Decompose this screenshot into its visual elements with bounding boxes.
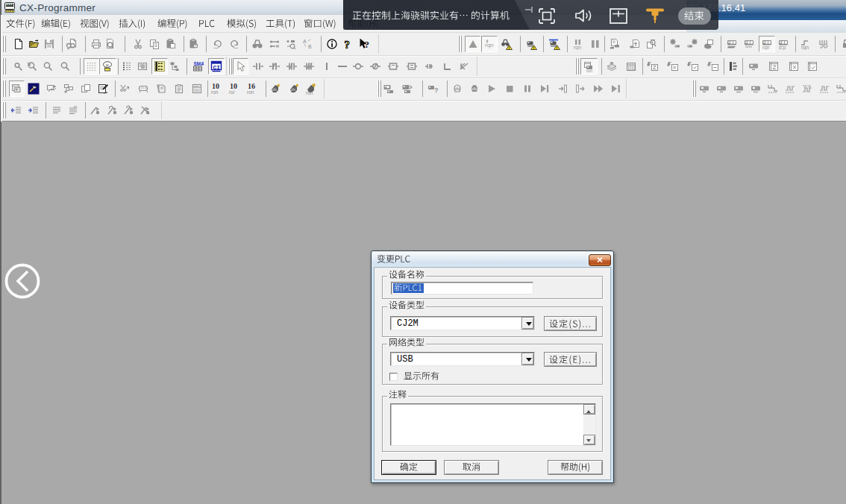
svg-text:002: 002 <box>194 89 200 92</box>
svg-text:ron: ron <box>211 89 219 95</box>
svg-text:rqn: rqn <box>485 42 494 48</box>
svg-text:SMA: SMA <box>194 61 204 66</box>
svg-text:CI: CI <box>213 64 221 71</box>
svg-text:ro/: ro/ <box>229 89 235 95</box>
svg-text:d:p: d:p <box>779 45 786 51</box>
svg-text:S: S <box>141 64 144 69</box>
svg-text:rqn: rqn <box>762 45 770 51</box>
svg-text:A: A <box>303 39 307 44</box>
svg-text:B: B <box>308 44 312 49</box>
svg-text:?: ? <box>365 39 370 50</box>
svg-text:ron: ron <box>247 89 254 95</box>
svg-text:w: w <box>106 63 109 67</box>
svg-text:?: ? <box>434 86 439 94</box>
svg-text:001: 001 <box>194 85 200 88</box>
svg-text:rqn: rqn <box>801 45 809 51</box>
svg-text:ron: ron <box>306 90 313 95</box>
svg-text:ron: ron <box>586 69 592 73</box>
svg-text:rqn: rqn <box>574 45 581 51</box>
svg-text:?: ? <box>345 39 351 51</box>
